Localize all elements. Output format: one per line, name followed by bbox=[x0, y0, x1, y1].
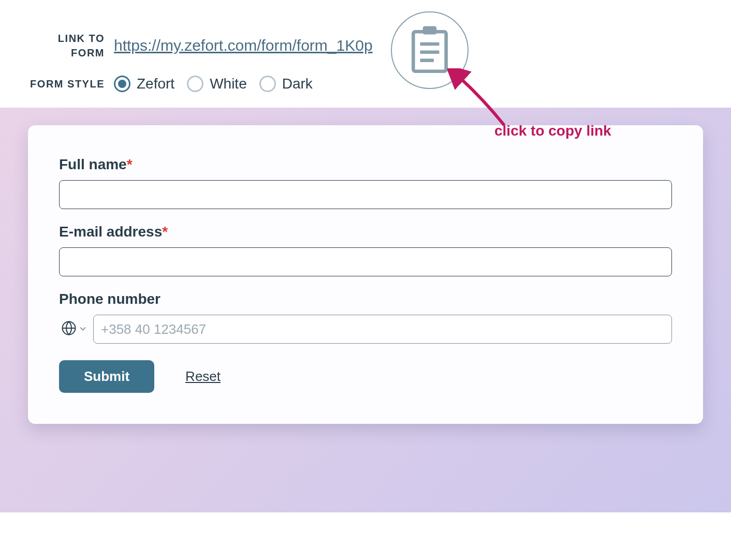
label-text: Full name bbox=[59, 156, 127, 172]
phone-input[interactable] bbox=[93, 315, 672, 344]
label-text: E-mail address bbox=[59, 224, 162, 240]
chevron-down-icon bbox=[80, 325, 86, 334]
email-label: E-mail address* bbox=[59, 224, 672, 240]
annotation-text: click to copy link bbox=[494, 123, 611, 139]
field-phone: Phone number bbox=[59, 291, 672, 344]
reset-button[interactable]: Reset bbox=[185, 369, 221, 385]
radio-icon bbox=[187, 76, 203, 92]
email-input[interactable] bbox=[59, 247, 672, 276]
country-code-picker[interactable] bbox=[59, 320, 88, 338]
clipboard-icon bbox=[409, 25, 450, 76]
field-fullname: Full name* bbox=[59, 156, 672, 209]
style-radio-group: Zefort White Dark bbox=[114, 76, 313, 92]
form-preview-area: Full name* E-mail address* Phone number bbox=[0, 108, 731, 512]
form-style-label: FORM STYLE bbox=[21, 77, 114, 91]
required-indicator: * bbox=[127, 156, 133, 172]
globe-icon bbox=[61, 320, 77, 338]
radio-label: White bbox=[210, 76, 247, 92]
copy-link-button[interactable] bbox=[391, 11, 469, 89]
phone-label: Phone number bbox=[59, 291, 672, 307]
radio-icon bbox=[114, 76, 130, 92]
radio-label: Dark bbox=[282, 76, 313, 92]
radio-icon bbox=[259, 76, 276, 92]
radio-label: Zefort bbox=[137, 76, 174, 92]
link-row: LINK TO FORM https://my.zefort.com/form/… bbox=[21, 31, 710, 60]
field-email: E-mail address* bbox=[59, 224, 672, 276]
fullname-label: Full name* bbox=[59, 156, 672, 173]
style-option-zefort[interactable]: Zefort bbox=[114, 76, 174, 92]
form-actions: Submit Reset bbox=[59, 360, 672, 393]
fullname-input[interactable] bbox=[59, 180, 672, 209]
svg-rect-1 bbox=[423, 26, 436, 34]
form-link[interactable]: https://my.zefort.com/form/form_1K0p bbox=[114, 37, 373, 54]
style-option-dark[interactable]: Dark bbox=[259, 76, 313, 92]
form-card: Full name* E-mail address* Phone number bbox=[28, 125, 703, 424]
settings-panel: LINK TO FORM https://my.zefort.com/form/… bbox=[0, 0, 731, 92]
style-option-white[interactable]: White bbox=[187, 76, 247, 92]
submit-button[interactable]: Submit bbox=[59, 360, 154, 393]
style-row: FORM STYLE Zefort White Dark bbox=[21, 76, 710, 92]
link-to-form-label: LINK TO FORM bbox=[21, 31, 114, 60]
required-indicator: * bbox=[162, 224, 168, 240]
